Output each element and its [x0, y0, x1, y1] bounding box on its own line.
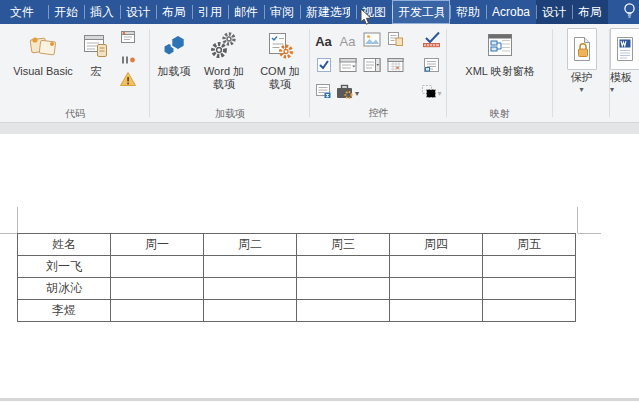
- margin-crop-mark-top-left-horizontal: [0, 233, 17, 234]
- combo-box-icon: [339, 57, 357, 77]
- tab-review[interactable]: 审阅: [264, 0, 300, 24]
- picture-control-button[interactable]: [361, 30, 383, 52]
- header-cell-monday[interactable]: 周一: [111, 234, 204, 256]
- group-label-code: 代码: [2, 107, 148, 122]
- addins-hexagon-icon: [159, 28, 189, 64]
- group-label-addins: 加载项: [152, 107, 308, 122]
- ribbon-developer: Visual Basic 宏: [0, 24, 639, 122]
- combo-box-control-button[interactable]: [337, 56, 359, 78]
- control-properties-button[interactable]: [421, 56, 443, 78]
- pause-recording-button[interactable]: [118, 51, 138, 69]
- empty-cell[interactable]: [111, 256, 204, 278]
- header-cell-thursday[interactable]: 周四: [390, 234, 483, 256]
- empty-cell[interactable]: [111, 278, 204, 300]
- tab-help[interactable]: 帮助: [450, 0, 486, 24]
- com-addins-button[interactable]: COM 加载项: [252, 26, 308, 90]
- template-doc-icon: [610, 28, 639, 70]
- tab-new-custom[interactable]: 新建选项卡: [300, 0, 356, 24]
- date-picker-control-button[interactable]: [385, 56, 407, 78]
- empty-cell[interactable]: [390, 278, 483, 300]
- header-cell-tuesday[interactable]: 周二: [204, 234, 297, 256]
- tab-developer[interactable]: 开发工具: [392, 0, 450, 24]
- group-button-disabled[interactable]: ▾: [418, 82, 446, 104]
- table-row: 李煜: [18, 300, 576, 322]
- name-cell[interactable]: 刘一飞: [18, 256, 111, 278]
- empty-cell[interactable]: [390, 256, 483, 278]
- ribbon-document-divider: [0, 122, 639, 134]
- empty-cell[interactable]: [390, 300, 483, 322]
- tab-design[interactable]: 设计: [120, 0, 156, 24]
- ribbon-tab-bar: 文件 开始 插入 设计 布局 引用 邮件 审阅 新建选项卡 视图 开发工具 帮助…: [0, 0, 639, 24]
- tab-file[interactable]: 文件: [4, 0, 44, 24]
- empty-cell[interactable]: [204, 278, 297, 300]
- xml-mapping-icon: [486, 28, 514, 64]
- table-header-row: 姓名 周一 周二 周三 周四 周五: [18, 234, 576, 256]
- ribbon-group-code: Visual Basic 宏: [0, 24, 150, 122]
- repeating-section-control-button[interactable]: [313, 82, 335, 104]
- name-cell[interactable]: 李煜: [18, 300, 111, 322]
- header-cell-friday[interactable]: 周五: [483, 234, 576, 256]
- record-macro-icon: [120, 30, 136, 48]
- empty-cell[interactable]: [483, 300, 576, 322]
- pause-recording-icon: [120, 51, 136, 69]
- word-addins-button[interactable]: Word 加载项: [196, 26, 252, 90]
- protect-caret: ▾: [579, 86, 583, 94]
- document-table: 姓名 周一 周二 周三 周四 周五 刘一飞 胡冰沁 李煜: [17, 233, 576, 322]
- visual-basic-icon: [28, 28, 58, 64]
- name-cell[interactable]: 胡冰沁: [18, 278, 111, 300]
- tell-me-box[interactable]: 告诉我: [622, 0, 639, 24]
- date-picker-icon: [387, 57, 404, 77]
- plain-text-control-icon: Aa: [340, 34, 356, 49]
- repeating-section-icon: [315, 83, 332, 103]
- ribbon-group-controls: Aa Aa: [310, 24, 447, 122]
- empty-cell[interactable]: [483, 256, 576, 278]
- xml-mapping-pane-button[interactable]: XML 映射窗格: [460, 26, 539, 78]
- group-label-controls: 控件: [312, 106, 445, 121]
- dropdown-list-control-button[interactable]: [361, 56, 383, 78]
- design-mode-button[interactable]: [421, 30, 443, 52]
- tab-layout[interactable]: 布局: [156, 0, 192, 24]
- header-cell-wednesday[interactable]: 周三: [297, 234, 390, 256]
- rich-text-control-icon: Aa: [315, 34, 332, 49]
- record-macro-button[interactable]: [118, 30, 138, 48]
- checkbox-control-button[interactable]: [313, 56, 335, 78]
- margin-crop-mark-top-right-vertical: [577, 207, 578, 233]
- building-block-icon: [387, 31, 404, 51]
- empty-cell[interactable]: [111, 300, 204, 322]
- visual-basic-button[interactable]: Visual Basic: [8, 26, 78, 78]
- legacy-tools-button[interactable]: ▾: [335, 82, 361, 104]
- ribbon-group-mapping: XML 映射窗格 映射: [447, 24, 553, 122]
- macros-button[interactable]: 宏: [78, 26, 114, 78]
- protect-button[interactable]: 保护 ▾: [562, 26, 602, 94]
- empty-cell[interactable]: [297, 300, 390, 322]
- tab-home[interactable]: 开始: [48, 0, 84, 24]
- group-caret: ▾: [437, 90, 441, 98]
- empty-cell[interactable]: [483, 278, 576, 300]
- empty-cell[interactable]: [297, 278, 390, 300]
- table-row: 胡冰沁: [18, 278, 576, 300]
- rich-text-control-button[interactable]: Aa: [313, 30, 335, 52]
- tab-view[interactable]: 视图: [356, 0, 392, 24]
- tab-table-layout-contextual[interactable]: 布局: [572, 0, 608, 24]
- building-block-gallery-button[interactable]: [385, 30, 407, 52]
- group-icon: [421, 84, 437, 103]
- empty-cell[interactable]: [297, 256, 390, 278]
- table-row: 刘一飞: [18, 256, 576, 278]
- header-cell-name[interactable]: 姓名: [18, 234, 111, 256]
- addins-button[interactable]: 加载项: [152, 26, 196, 78]
- plain-text-control-button[interactable]: Aa: [337, 30, 359, 52]
- empty-cell[interactable]: [204, 300, 297, 322]
- tab-table-design-contextual[interactable]: 设计: [536, 0, 572, 24]
- tab-references[interactable]: 引用: [192, 0, 228, 24]
- macro-security-button[interactable]: [118, 72, 138, 90]
- empty-cell[interactable]: [204, 256, 297, 278]
- lightbulb-icon: [622, 2, 637, 22]
- group-label-mapping: 映射: [449, 107, 551, 122]
- template-caret: ▾: [610, 86, 614, 94]
- tab-acrobat[interactable]: Acrobat: [486, 0, 536, 24]
- com-addins-icon: [265, 28, 295, 64]
- document-template-button[interactable]: 模板 ▾: [610, 26, 639, 94]
- tab-insert[interactable]: 插入: [84, 0, 120, 24]
- tab-mailings[interactable]: 邮件: [228, 0, 264, 24]
- ribbon-group-template: 模板 ▾: [610, 24, 639, 122]
